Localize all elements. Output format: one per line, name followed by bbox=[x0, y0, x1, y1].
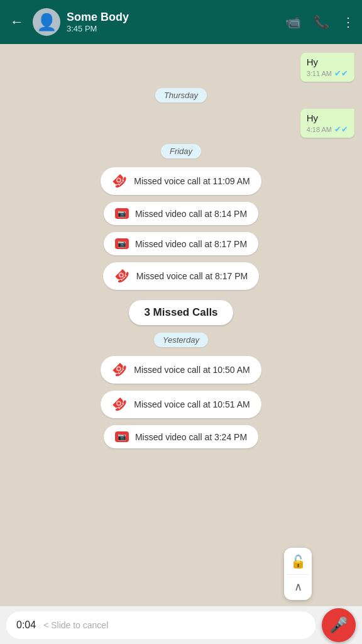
message-text: Hy bbox=[307, 113, 318, 123]
message-meta: 4:18 AM ✔✔ bbox=[307, 125, 348, 134]
voice-call-missed-icon: ☎ bbox=[109, 170, 131, 192]
lock-controls: 🔓 ∧ bbox=[284, 548, 312, 600]
message-ticks: ✔✔ bbox=[334, 125, 348, 134]
message-ticks: ✔✔ bbox=[334, 69, 348, 78]
call-text: Missed video call at 3:24 PM bbox=[135, 432, 247, 442]
date-separator: Friday bbox=[8, 144, 354, 158]
back-button[interactable]: ← bbox=[8, 11, 26, 33]
date-label: Yesterday bbox=[154, 333, 208, 347]
message-row: Hy 4:18 AM ✔✔ bbox=[8, 109, 354, 138]
more-options-button[interactable]: ⋮ bbox=[342, 14, 354, 30]
header-actions: 📹 📞 ⋮ bbox=[285, 14, 354, 30]
date-separator: Yesterday bbox=[8, 333, 354, 347]
message-time: 4:18 AM bbox=[307, 126, 332, 133]
message-row: Hy 3:11 AM ✔✔ bbox=[8, 53, 354, 82]
call-bubble[interactable]: ☎ Missed voice call at 10:51 AM bbox=[101, 391, 261, 418]
message-meta: 3:11 AM ✔✔ bbox=[307, 69, 348, 78]
call-notification-row: ☎ Missed voice call at 8:17 PM bbox=[8, 260, 354, 292]
recording-area: 0:04 < Slide to cancel bbox=[6, 611, 315, 639]
contact-info[interactable]: Some Body 3:45 PM bbox=[67, 11, 279, 34]
missed-calls-badge: 3 Missed Calls bbox=[129, 300, 233, 325]
missed-calls-text: 3 Missed Calls bbox=[144, 306, 217, 318]
date-separator: Thursday bbox=[8, 88, 354, 103]
input-bar: 0:04 < Slide to cancel 🎤 bbox=[0, 606, 362, 644]
contact-avatar[interactable]: 👤 bbox=[33, 8, 60, 36]
message-bubble: Hy 4:18 AM ✔✔ bbox=[300, 109, 354, 138]
chat-header: ← 👤 Some Body 3:45 PM 📹 📞 ⋮ bbox=[0, 0, 362, 44]
voice-call-button[interactable]: 📞 bbox=[314, 14, 329, 30]
contact-status: 3:45 PM bbox=[67, 24, 279, 33]
voice-call-missed-icon: ☎ bbox=[109, 394, 131, 416]
video-call-missed-icon: 📷 bbox=[115, 431, 129, 442]
call-text: Missed voice call at 11:09 AM bbox=[134, 176, 250, 186]
call-bubble[interactable]: ☎ Missed voice call at 11:09 AM bbox=[101, 167, 261, 195]
call-notification-row: ☎ Missed voice call at 10:50 AM bbox=[8, 353, 354, 386]
date-label: Thursday bbox=[155, 88, 207, 103]
call-text: Missed voice call at 8:17 PM bbox=[136, 271, 248, 281]
call-bubble[interactable]: 📷 Missed video call at 3:24 PM bbox=[104, 425, 258, 448]
voice-call-missed-icon: ☎ bbox=[111, 265, 133, 287]
recording-timer: 0:04 bbox=[16, 619, 36, 631]
video-call-missed-icon: 📷 bbox=[115, 208, 129, 219]
voice-call-missed-icon: ☎ bbox=[109, 359, 131, 381]
call-bubble[interactable]: ☎ Missed voice call at 8:17 PM bbox=[103, 262, 259, 290]
call-text: Missed video call at 8:17 PM bbox=[135, 239, 247, 249]
chat-area: Hy 3:11 AM ✔✔ Thursday Hy 4:18 AM ✔✔ Fri… bbox=[0, 44, 362, 606]
slide-cancel-text: < Slide to cancel bbox=[43, 620, 108, 630]
call-notification-row: 📷 Missed video call at 8:14 PM bbox=[8, 199, 354, 228]
missed-calls-summary-row: 3 Missed Calls bbox=[8, 300, 354, 325]
message-text: Hy bbox=[307, 57, 318, 67]
mic-button[interactable]: 🎤 bbox=[322, 608, 356, 642]
call-text: Missed voice call at 10:50 AM bbox=[134, 365, 250, 375]
call-notification-row: ☎ Missed voice call at 11:09 AM bbox=[8, 165, 354, 197]
call-text: Missed voice call at 10:51 AM bbox=[134, 399, 250, 409]
call-bubble[interactable]: 📷 Missed video call at 8:17 PM bbox=[104, 232, 258, 255]
avatar-icon: 👤 bbox=[36, 13, 57, 32]
message-bubble: Hy 3:11 AM ✔✔ bbox=[300, 53, 354, 82]
call-bubble[interactable]: ☎ Missed voice call at 10:50 AM bbox=[101, 356, 261, 384]
contact-name: Some Body bbox=[67, 11, 279, 25]
slide-to-cancel: < Slide to cancel bbox=[43, 620, 108, 630]
date-label: Friday bbox=[161, 144, 201, 158]
call-notification-row: 📷 Missed video call at 8:17 PM bbox=[8, 230, 354, 258]
call-notification-row: 📷 Missed video call at 3:24 PM bbox=[8, 423, 354, 451]
chevron-up-icon[interactable]: ∧ bbox=[292, 577, 305, 596]
call-notification-row: ☎ Missed voice call at 10:51 AM bbox=[8, 388, 354, 421]
video-call-missed-icon: 📷 bbox=[115, 238, 129, 249]
call-text: Missed video call at 8:14 PM bbox=[135, 209, 247, 219]
call-bubble[interactable]: 📷 Missed video call at 8:14 PM bbox=[104, 202, 258, 225]
lock-icon[interactable]: 🔓 bbox=[288, 552, 309, 572]
video-call-button[interactable]: 📹 bbox=[285, 14, 301, 30]
mic-icon: 🎤 bbox=[329, 616, 348, 634]
message-time: 3:11 AM bbox=[307, 70, 332, 77]
